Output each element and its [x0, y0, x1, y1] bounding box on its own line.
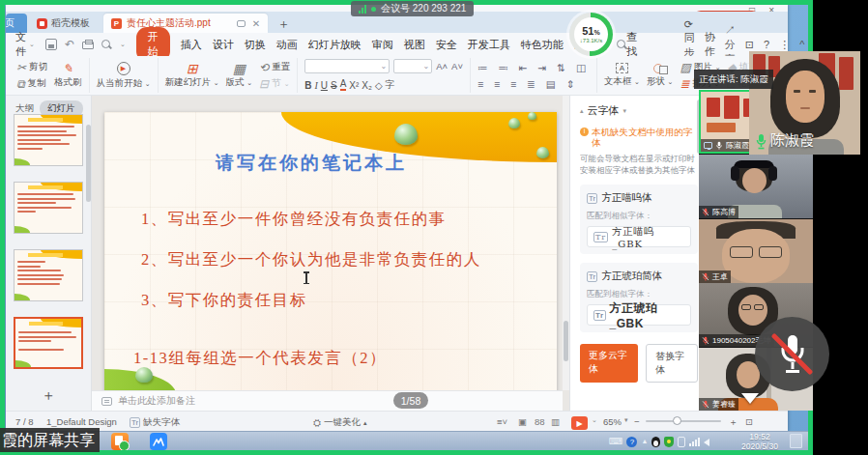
menu-file[interactable]: 文件⌄	[15, 30, 35, 59]
missing-fonts-status[interactable]: Tr缺失字体	[130, 416, 180, 429]
panel-scrollbar[interactable]	[86, 125, 91, 202]
phonetic-button[interactable]: 字	[386, 78, 395, 92]
print-icon[interactable]	[82, 42, 94, 49]
slide-thumbnail-4-selected[interactable]	[14, 317, 83, 369]
notes-toggle-icon[interactable]: ≡˅	[497, 416, 507, 427]
replace-font-button[interactable]: 替换字体	[646, 344, 698, 383]
copy-button[interactable]: ⧉复制	[16, 77, 47, 90]
add-slide-button[interactable]: ＋	[6, 386, 91, 405]
help-icon[interactable]: ?	[764, 39, 769, 50]
keyboard-tray-icon[interactable]: ⌨	[609, 434, 622, 449]
layout-button[interactable]: ▦ 版式 ⌄	[226, 63, 253, 89]
font-name-select[interactable]: ⌄	[304, 59, 390, 73]
cut-button[interactable]: ✂剪切	[16, 61, 47, 73]
font-match-1[interactable]: Tr方正喵呜_GBK	[587, 226, 691, 247]
antivirus-tray-icon[interactable]	[664, 437, 674, 447]
underline-button[interactable]: U	[321, 80, 328, 91]
network-signal-icon[interactable]	[689, 437, 700, 446]
menu-security[interactable]: 安全	[436, 38, 457, 52]
spotlight-video[interactable]: 陈淑霞	[749, 51, 860, 155]
format-painter-button[interactable]: ✎格式刷	[54, 63, 82, 89]
normal-view-icon[interactable]: ▣	[518, 416, 527, 427]
paragraph-icons-row1[interactable]: ≔ ≕ ⇤ ⇥ ⇅ ◫	[477, 62, 590, 73]
qat-more-icon[interactable]: ⌄	[120, 41, 126, 48]
slide[interactable]: 请写在你的笔记本上 1、写出至少一件你曾经没有负责任的事 2、写出至少一个你认为…	[104, 112, 557, 394]
undo-icon[interactable]: ↶	[65, 38, 74, 51]
zoom-in-button[interactable]: ＋	[729, 416, 738, 429]
font-match-2[interactable]: Tr方正琥珀_GBK	[587, 304, 691, 326]
collapse-ribbon-icon[interactable]: ^	[799, 39, 804, 50]
taskbar-clock[interactable]: 19:52 2020/5/30	[737, 433, 783, 451]
notes-bar[interactable]: 单击此处添加备注 1/58	[92, 390, 563, 411]
beautify-button[interactable]: ⛭一键美化▴	[313, 416, 367, 429]
meeting-id-pill[interactable]: 会议号 220 293 221	[351, 1, 474, 16]
superscript-button[interactable]: X²	[349, 80, 359, 91]
menu-devtools[interactable]: 开发工具	[468, 38, 510, 52]
slideshow-options-icon[interactable]: ⌄	[592, 416, 597, 424]
mute-button[interactable]	[755, 317, 829, 391]
new-tab-button[interactable]: ＋	[277, 15, 290, 33]
increase-font-icon[interactable]: A˄	[436, 61, 448, 71]
collaborate-button[interactable]: 协作	[705, 30, 715, 59]
bold-button[interactable]: B	[304, 80, 311, 91]
zoom-slider[interactable]	[646, 420, 721, 422]
zoom-slider-knob[interactable]	[673, 416, 681, 425]
paragraph-icons-row2[interactable]: ≡ ≡ ≡ ≣ ▤ ⇕	[477, 78, 590, 90]
panel-collapse-icon[interactable]: ▴	[580, 107, 584, 115]
subscript-button[interactable]: X₂	[362, 80, 372, 91]
fit-to-window-icon[interactable]: ⊡	[745, 416, 753, 427]
taskbar-wps-icon[interactable]	[111, 433, 129, 450]
clear-format-button[interactable]: ◇	[375, 80, 383, 91]
zoom-level[interactable]: 65%	[603, 416, 622, 427]
new-slide-button[interactable]: ⊞ 新建幻灯片 ⌄	[165, 63, 219, 89]
section-button[interactable]: ⊟节 ⌄	[259, 77, 290, 90]
reset-button[interactable]: ⟲重置	[259, 61, 290, 73]
read-later-icon[interactable]: ⊡	[745, 39, 754, 51]
print-preview-icon[interactable]	[101, 40, 112, 50]
menu-review[interactable]: 审阅	[372, 38, 393, 52]
save-icon[interactable]	[45, 39, 57, 50]
play-from-current-button[interactable]: ▶ 从当前开始 ⌄	[97, 62, 151, 90]
menu-animation[interactable]: 动画	[276, 38, 298, 52]
slide-sorter-icon[interactable]: 88	[535, 416, 545, 427]
tab-close-icon[interactable]: ✕	[252, 18, 260, 29]
chevron-down-icon[interactable]: ▾	[623, 107, 627, 115]
meeting-logo-icon	[153, 438, 164, 446]
slideshow-button[interactable]: ▶	[571, 416, 588, 430]
slide-thumbnail-2[interactable]	[14, 182, 83, 234]
taskbar-meeting-icon[interactable]	[150, 433, 167, 450]
menu-slideshow[interactable]: 幻灯片放映	[308, 38, 362, 52]
find-button[interactable]: 查找	[617, 30, 641, 59]
menu-view[interactable]: 视图	[404, 38, 425, 52]
help-tray-icon[interactable]: ?	[626, 437, 637, 447]
participant-tile-2[interactable]: 陈高博	[699, 155, 813, 218]
menu-transition[interactable]: 切换	[245, 38, 266, 52]
menu-design[interactable]: 设计	[213, 38, 234, 52]
font-size-select[interactable]: ⌄	[393, 59, 432, 73]
strikethrough-button[interactable]: S	[331, 80, 337, 91]
more-menu-icon[interactable]: ⋮	[779, 39, 790, 51]
slide-thumbnail-3[interactable]	[14, 249, 83, 301]
participant-tile-3[interactable]: 王卓	[699, 219, 813, 283]
more-cloud-fonts-button[interactable]: 更多云字体	[580, 344, 638, 383]
device-tray-icon[interactable]	[678, 437, 685, 447]
expand-tray-icon[interactable]: ▲	[641, 434, 648, 449]
font-color-button[interactable]: A	[340, 79, 347, 91]
tab-active-document[interactable]: P 责任心主题活动.ppt ✕	[103, 14, 268, 33]
menu-insert[interactable]: 插入	[181, 38, 202, 52]
qq-tray-icon[interactable]	[651, 437, 660, 447]
textbox-button[interactable]: A 文本框 ⌄	[604, 63, 640, 88]
shapes-button[interactable]: 形状 ⌄	[647, 63, 674, 88]
italic-button[interactable]: I	[314, 80, 317, 91]
tab-docer-templates[interactable]: 稻壳模板	[27, 14, 100, 33]
slide-thumbnail-1[interactable]	[14, 114, 83, 166]
reading-view-icon[interactable]: ▥	[551, 416, 560, 427]
menu-features[interactable]: 特色功能	[521, 38, 564, 52]
zoom-out-button[interactable]: −	[634, 416, 640, 427]
scroll-down-indicator[interactable]	[741, 393, 759, 404]
volume-icon[interactable]	[704, 439, 709, 446]
zoom-select-icon[interactable]: ▾	[624, 416, 628, 424]
canvas-scrollbar[interactable]	[563, 96, 569, 390]
decrease-font-icon[interactable]: A˅	[451, 61, 463, 71]
show-desktop-button[interactable]	[790, 434, 802, 448]
